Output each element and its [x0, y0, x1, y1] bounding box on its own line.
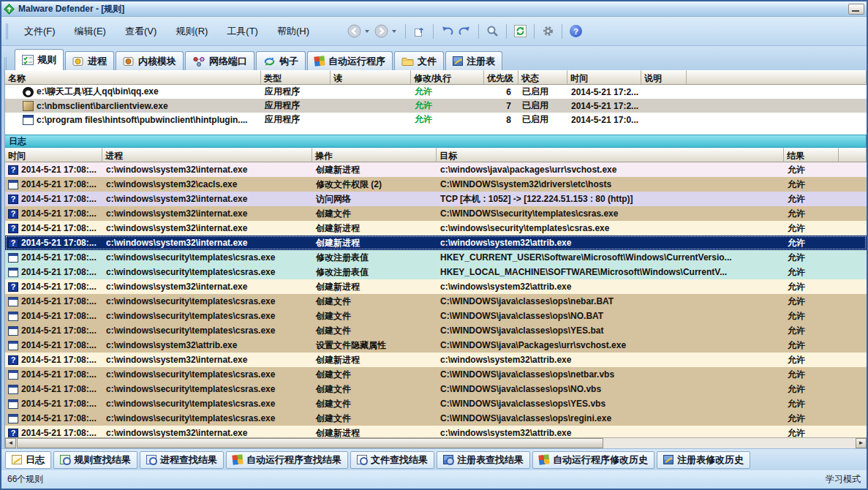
log-row[interactable]: 2014-5-21 17:08:... c:\windows\system32\… — [5, 338, 867, 353]
menu-file[interactable]: 文件(F) — [15, 22, 65, 41]
col-time[interactable]: 时间 — [567, 70, 641, 85]
menu-view[interactable]: 查看(V) — [116, 22, 166, 41]
col-name[interactable]: 名称 — [5, 70, 261, 85]
scrollbar-track[interactable] — [603, 438, 856, 448]
log-row[interactable]: 2014-5-21 17:08:... c:\windows\system32\… — [5, 162, 867, 177]
log-row[interactable]: 2014-5-21 17:08:... c:\windows\security\… — [5, 309, 867, 323]
rule-row[interactable]: e:\聊天工具\狂人qq\bin\qq.exe 应用程序 允许 6 已启用 20… — [5, 85, 867, 99]
tab-kernel-modules[interactable]: 内核模块 — [116, 51, 184, 70]
log-time: 2014-5-21 17:08:... — [21, 252, 97, 263]
log-result: 允许 — [784, 323, 839, 338]
search-button[interactable] — [486, 24, 499, 38]
menu-edit[interactable]: 编辑(E) — [65, 22, 116, 41]
menu-rules[interactable]: 规则(R) — [166, 22, 217, 41]
log-row[interactable]: 2014-5-21 17:08:... c:\windows\system32\… — [5, 192, 867, 206]
refresh-button[interactable] — [513, 24, 527, 38]
back-button[interactable] — [347, 23, 362, 39]
log-process: c:\windows\system32\internat.exe — [102, 162, 312, 177]
back-dropdown-icon[interactable] — [365, 30, 369, 33]
file-find-icon — [357, 455, 367, 464]
log-row[interactable]: 2014-5-21 17:08:... c:\windows\system32\… — [5, 221, 867, 235]
col-type[interactable]: 类型 — [261, 70, 331, 85]
tab-files[interactable]: 文件 — [394, 51, 444, 70]
log-row[interactable]: 2014-5-21 17:08:... c:\windows\security\… — [5, 265, 867, 279]
tab-processes[interactable]: 进程 — [65, 51, 114, 70]
scroll-right-button[interactable]: ► — [856, 438, 867, 448]
folder-icon — [401, 56, 414, 66]
menu-tools[interactable]: 工具(T) — [217, 22, 268, 41]
go-up-button[interactable] — [412, 25, 426, 38]
log-row[interactable]: 2014-5-21 17:08:... c:\windows\system32\… — [5, 279, 867, 294]
col-log-result[interactable]: 结果 — [784, 148, 839, 162]
log-row[interactable]: 2014-5-21 17:08:... c:\windows\system32\… — [5, 235, 867, 250]
log-operation: 访问网络 — [312, 192, 437, 206]
log-row[interactable]: 2014-5-21 17:08:... c:\windows\security\… — [5, 367, 867, 382]
log-row[interactable]: 2014-5-21 17:08:... c:\windows\security\… — [5, 396, 867, 411]
settings-button[interactable] — [541, 24, 555, 38]
tab-registry[interactable]: 注册表 — [445, 51, 502, 70]
col-read[interactable]: 读 — [331, 70, 411, 85]
bottom-tab-rule-find-results[interactable]: 规则查找结果 — [53, 451, 137, 469]
log-row[interactable]: 2014-5-21 17:08:... c:\windows\security\… — [5, 411, 867, 426]
log-row[interactable]: 2014-5-21 17:08:... c:\windows\security\… — [5, 250, 867, 265]
help-button[interactable] — [569, 24, 583, 38]
log-row[interactable]: 2014-5-21 17:08:... c:\windows\security\… — [5, 323, 867, 338]
log-time: 2014-5-21 17:08:... — [21, 194, 97, 204]
col-status[interactable]: 状态 — [518, 70, 567, 85]
bottom-tab-file-find-results[interactable]: 文件查找结果 — [350, 451, 434, 469]
tab-hooks[interactable]: 钩子 — [256, 51, 306, 70]
log-target: C:\WINDOWS\security\templates\csras.exe — [437, 206, 784, 221]
forward-button[interactable] — [374, 23, 389, 39]
log-process: c:\windows\system32\internat.exe — [102, 235, 312, 250]
log-row-icon — [8, 297, 18, 306]
undo-button[interactable] — [440, 25, 455, 37]
status-bar: 66个规则 学习模式 — [1, 470, 867, 489]
log-row[interactable]: 2014-5-21 17:08:... c:\windows\security\… — [5, 382, 867, 396]
bottom-tab-autorun-modify-history[interactable]: 自动运行程序修改历史 — [532, 451, 654, 469]
log-process: c:\windows\system32\attrib.exe — [102, 338, 312, 353]
col-log-time[interactable]: 时间 — [5, 148, 102, 162]
forward-dropdown-icon[interactable] — [392, 30, 396, 33]
log-time: 2014-5-21 17:08:... — [21, 223, 97, 233]
scroll-left-button[interactable]: ◄ — [5, 438, 16, 448]
bottom-tab-registry-modify-history[interactable]: 注册表修改历史 — [657, 451, 750, 469]
col-log-operation[interactable]: 操作 — [312, 148, 437, 162]
bottom-tab-process-find-results[interactable]: 进程查找结果 — [140, 451, 224, 469]
log-row[interactable]: 2014-5-21 17:08:... c:\windows\system32\… — [5, 353, 867, 367]
minimize-button[interactable] — [848, 4, 864, 15]
tab-network-ports[interactable]: 网络端口 — [185, 51, 254, 70]
rule-row[interactable]: c:\program files\hintsoft\pubwinclient\h… — [5, 113, 867, 127]
col-priority[interactable]: 优先级 — [484, 70, 518, 85]
menu-help[interactable]: 帮助(H) — [268, 22, 319, 41]
scrollbar-thumb[interactable] — [17, 438, 603, 448]
log-operation: 创建新进程 — [312, 162, 437, 177]
col-log-target[interactable]: 目标 — [437, 148, 784, 162]
log-row[interactable]: 2014-5-21 17:08:... c:\windows\security\… — [5, 294, 867, 309]
log-row[interactable]: 2014-5-21 17:08:... c:\windows\system32\… — [5, 206, 867, 221]
log-target: C:\WINDOWS\java\classes\ops\NO.BAT — [437, 309, 784, 323]
tab-rules[interactable]: 规则 — [15, 49, 64, 70]
rule-row[interactable]: c:\nbmsclient\barclientview.exe 应用程序 允许 … — [5, 99, 867, 113]
log-table-header: 时间 进程 操作 目标 结果 — [5, 148, 867, 162]
autorun-find-icon — [232, 454, 243, 464]
col-modify[interactable]: 修改/执行 — [411, 70, 484, 85]
rule-modify: 允许 — [411, 99, 484, 113]
log-operation: 修改注册表值 — [312, 265, 437, 279]
bottom-tab-registry-find-results[interactable]: 注册表查找结果 — [437, 451, 530, 469]
log-row[interactable]: 2014-5-21 17:08:... c:\windows\system32\… — [5, 177, 867, 192]
bottom-tab-autorun-find-results[interactable]: 自动运行程序查找结果 — [226, 451, 348, 469]
log-row[interactable]: 2014-5-21 17:08:... c:\windows\system32\… — [5, 426, 867, 437]
log-target: C:\WINDOWS\java\classes\ops\regini.exe — [437, 411, 784, 426]
back-icon — [347, 24, 361, 38]
log-target: C:\WINDOWS\java\classes\ops\nebar.BAT — [437, 294, 784, 309]
redo-button[interactable] — [457, 25, 472, 37]
bottom-tab-log[interactable]: 日志 — [5, 451, 51, 469]
title-bar: Malware Defender - [规则] — [1, 1, 867, 17]
col-note[interactable]: 说明 — [641, 70, 687, 85]
col-log-process[interactable]: 进程 — [102, 148, 312, 162]
tab-autoruns[interactable]: 自动运行程序 — [307, 51, 393, 70]
registry-find-icon — [443, 455, 453, 464]
rule-type: 应用程序 — [261, 99, 331, 113]
log-target: TCP [本机 : 1052] -> [122.224.51.153 : 80 … — [437, 192, 784, 206]
log-result: 允许 — [784, 426, 839, 437]
